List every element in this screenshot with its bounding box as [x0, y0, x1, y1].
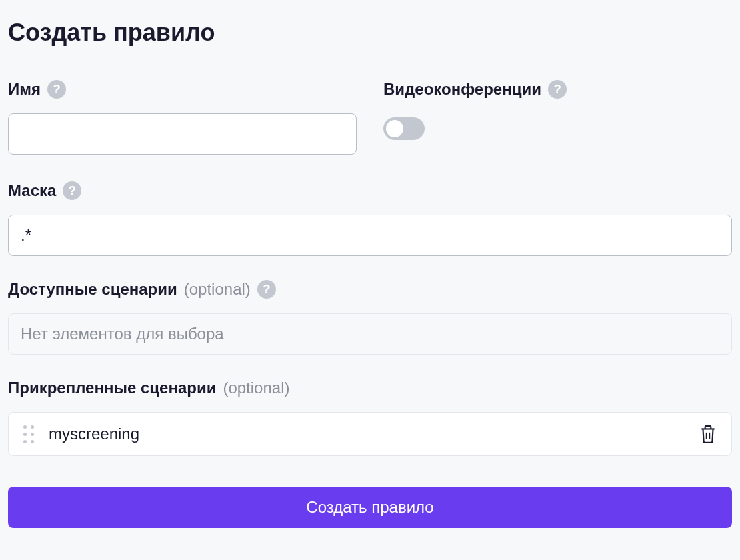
- help-icon[interactable]: ?: [63, 181, 81, 200]
- name-input[interactable]: [8, 113, 357, 155]
- available-scenarios-label: Доступные сценарии: [8, 280, 177, 299]
- name-label: Имя: [8, 80, 41, 99]
- video-toggle[interactable]: [383, 117, 425, 140]
- video-label: Видеоконференции: [383, 80, 541, 99]
- toggle-knob: [386, 120, 403, 137]
- help-icon[interactable]: ?: [548, 80, 567, 99]
- create-rule-button[interactable]: Создать правило: [8, 487, 732, 528]
- drag-handle-icon[interactable]: [23, 425, 34, 443]
- available-scenarios-select[interactable]: Нет элементов для выбора: [8, 313, 732, 355]
- delete-button[interactable]: [699, 425, 717, 443]
- attached-scenarios-label: Прикрепленные сценарии: [8, 379, 216, 397]
- help-icon[interactable]: ?: [257, 280, 276, 299]
- optional-label: (optional): [184, 280, 251, 299]
- mask-label: Маска: [8, 181, 56, 200]
- scenario-name: myscreening: [49, 425, 685, 443]
- optional-label: (optional): [223, 379, 289, 397]
- attached-scenarios-list: myscreening: [8, 412, 732, 456]
- list-item: myscreening: [9, 413, 731, 455]
- mask-input[interactable]: [8, 215, 732, 256]
- page-title: Создать правило: [8, 19, 732, 47]
- help-icon[interactable]: ?: [47, 80, 66, 99]
- select-placeholder: Нет элементов для выбора: [21, 325, 224, 343]
- trash-icon: [699, 425, 717, 443]
